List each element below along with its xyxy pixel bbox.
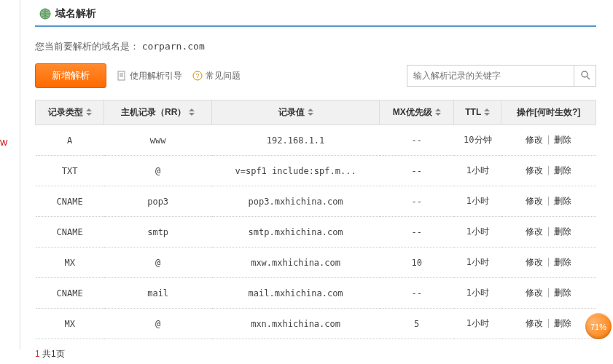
cell-value: 192.168.1.1 (212, 125, 380, 156)
cell-mx: -- (380, 278, 454, 309)
cell-mx: -- (380, 186, 454, 217)
domain-name: corparn.com (142, 41, 205, 52)
cell-host: smtp (104, 217, 212, 248)
table-row: MX@mxw.mxhichina.com101小时修改|删除 (36, 248, 596, 278)
edit-link[interactable]: 修改 (526, 135, 543, 145)
edit-link[interactable]: 修改 (526, 196, 543, 206)
edit-link[interactable]: 修改 (526, 318, 543, 328)
search-input[interactable] (407, 65, 574, 87)
records-table: 记录类型 主机记录（RR） 记录值 MX优先级 TTL 操作[何时生效?] Aw… (35, 100, 596, 339)
action-row: 新增解析 使用解析引导 ? 常见问题 (35, 63, 596, 100)
th-host[interactable]: 主机记录（RR） (104, 100, 212, 125)
table-row: TXT@v=spf1 include:spf.m...--1小时修改|删除 (36, 156, 596, 186)
add-record-button[interactable]: 新增解析 (35, 63, 106, 88)
cell-ttl: 1小时 (454, 309, 501, 339)
cell-ops: 修改|删除 (501, 278, 596, 309)
th-ttl[interactable]: TTL (454, 100, 501, 125)
cell-mx: -- (380, 217, 454, 248)
cell-mx: -- (380, 125, 454, 156)
cell-ttl: 1小时 (454, 186, 501, 217)
cell-value: pop3.mxhichina.com (212, 186, 380, 217)
svg-point-4 (582, 71, 587, 77)
cell-type: MX (36, 248, 104, 278)
cell-host: @ (104, 156, 212, 186)
cell-type: TXT (36, 156, 104, 186)
cell-value: v=spf1 include:spf.m... (212, 156, 380, 186)
svg-rect-1 (118, 71, 125, 80)
search-button[interactable] (574, 65, 596, 87)
delete-link[interactable]: 删除 (554, 318, 571, 328)
table-row: Awww192.168.1.1--10分钟修改|删除 (36, 125, 596, 156)
cell-ops: 修改|删除 (501, 125, 596, 156)
cell-ops: 修改|删除 (501, 186, 596, 217)
delete-link[interactable]: 删除 (554, 165, 571, 175)
cell-host: pop3 (104, 186, 212, 217)
delete-link[interactable]: 删除 (554, 257, 571, 267)
search-wrap (407, 65, 596, 87)
edit-link[interactable]: 修改 (526, 288, 543, 298)
cell-ttl: 10分钟 (454, 125, 501, 156)
th-value[interactable]: 记录值 (212, 100, 380, 125)
panel-title: 域名解析 (55, 7, 96, 20)
edit-link[interactable]: 修改 (526, 257, 543, 267)
cell-value: mxn.mxhichina.com (212, 309, 380, 339)
dns-panel: 域名解析 您当前要解析的域名是： corparn.com 新增解析 使用解析引导… (35, 0, 596, 364)
svg-text:?: ? (195, 72, 199, 79)
sort-icon (484, 108, 490, 118)
cell-ttl: 1小时 (454, 248, 501, 278)
subtitle: 您当前要解析的域名是： corparn.com (35, 27, 596, 63)
th-mx[interactable]: MX优先级 (380, 100, 454, 125)
pager-text: 共1页 (42, 349, 65, 359)
table-row: CNAMEpop3pop3.mxhichina.com--1小时修改|删除 (36, 186, 596, 217)
cell-ttl: 1小时 (454, 217, 501, 248)
cell-ops: 修改|删除 (501, 156, 596, 186)
cell-ops: 修改|删除 (501, 248, 596, 278)
help-icon: ? (192, 71, 203, 81)
sort-icon (86, 108, 92, 118)
cell-ttl: 1小时 (454, 156, 501, 186)
th-type[interactable]: 记录类型 (36, 100, 104, 125)
globe-icon (39, 8, 51, 20)
search-icon (580, 70, 590, 82)
cell-mx: 5 (380, 309, 454, 339)
cell-ttl: 1小时 (454, 278, 501, 309)
pager-num: 1 (35, 349, 40, 359)
cell-host: @ (104, 248, 212, 278)
cell-type: A (36, 125, 104, 156)
cell-host: www (104, 125, 212, 156)
delete-link[interactable]: 删除 (554, 226, 571, 237)
delete-link[interactable]: 删除 (554, 196, 571, 206)
document-icon (117, 71, 127, 81)
cell-mx: -- (380, 156, 454, 186)
sort-icon (189, 108, 195, 118)
edit-link[interactable]: 修改 (526, 165, 543, 175)
th-ops: 操作[何时生效?] (501, 100, 596, 125)
sort-icon (308, 108, 313, 118)
guide-link[interactable]: 使用解析引导 (117, 70, 182, 82)
cell-type: CNAME (36, 186, 104, 217)
cell-type: MX (36, 309, 104, 339)
cell-value: mail.mxhichina.com (212, 278, 380, 309)
subtitle-prefix: 您当前要解析的域名是： (35, 41, 139, 52)
table-row: CNAMEsmtpsmtp.mxhichina.com--1小时修改|删除 (36, 217, 596, 248)
panel-header: 域名解析 (35, 4, 596, 23)
left-marker: W (0, 138, 7, 147)
cell-value: mxw.mxhichina.com (212, 248, 380, 278)
cell-host: mail (104, 278, 212, 309)
cell-type: CNAME (36, 278, 104, 309)
gauge-value: 71% (590, 323, 606, 331)
faq-link[interactable]: ? 常见问题 (192, 70, 241, 82)
cell-host: @ (104, 309, 212, 339)
cell-value: smtp.mxhichina.com (212, 217, 380, 248)
left-sidebar: W (0, 0, 20, 349)
delete-link[interactable]: 删除 (554, 135, 571, 145)
delete-link[interactable]: 删除 (554, 288, 571, 298)
sort-icon (435, 108, 441, 118)
edit-link[interactable]: 修改 (526, 226, 543, 237)
pager: 1 共1页 (35, 339, 596, 364)
svg-line-5 (587, 76, 590, 79)
progress-gauge[interactable]: 71% (585, 313, 612, 339)
cell-mx: 10 (380, 248, 454, 278)
table-row: MX@mxn.mxhichina.com51小时修改|删除 (36, 309, 596, 339)
guide-label: 使用解析引导 (130, 70, 182, 82)
